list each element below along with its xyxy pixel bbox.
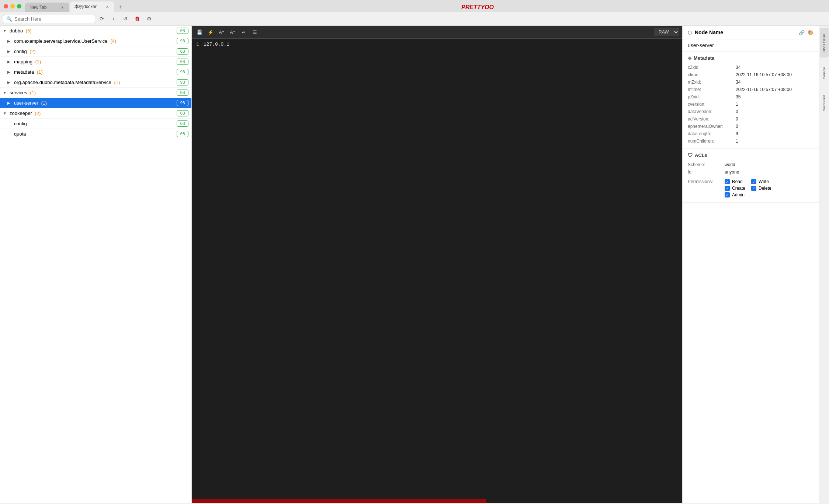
search-icon: 🔍 <box>6 16 12 22</box>
format-select[interactable]: RAW JSON XML <box>655 28 679 36</box>
tree-badge-user-server: 9B <box>177 100 188 106</box>
search-container: 🔍 <box>3 15 95 23</box>
details-title: Node Name <box>695 29 723 35</box>
dot-green[interactable] <box>17 4 21 8</box>
expand-icon-dubbo: ▼ <box>3 29 8 33</box>
newline-button[interactable]: ↵ <box>239 27 249 37</box>
tree-node-label: user-server (1) <box>14 100 177 106</box>
tab-close-new[interactable]: ✕ <box>60 5 65 10</box>
tree-badge-org: 9B <box>177 79 188 85</box>
tree-item-dubbo[interactable]: ▼ dubbo (5) 0B <box>0 26 191 36</box>
expand-icon-user-server: ▶ <box>7 101 13 105</box>
meta-row-ephemeral: ephemeralOwner: 0 <box>688 123 814 130</box>
save-content-button[interactable]: 💾 <box>195 27 204 37</box>
meta-val-mzxid: 34 <box>736 80 814 85</box>
acl-label: ACLs <box>695 153 707 158</box>
main-toolbar: 🔍 ⟳ + ↺ 🗑 ⚙ <box>0 12 829 26</box>
refresh-button[interactable]: ⟳ <box>97 14 107 24</box>
tree-node-label: config (2) <box>14 49 177 54</box>
font-increase-button[interactable]: A⁺ <box>217 27 226 37</box>
link-icon[interactable]: 🔗 <box>799 30 805 35</box>
checkbox-create[interactable]: ✓ <box>725 186 730 191</box>
metadata-diamond-icon: ◆ <box>688 55 691 61</box>
bottom-bar <box>192 499 682 503</box>
meta-val-ephemeral: 0 <box>736 124 814 129</box>
content-panel: 💾 ⚡ A⁺ A⁻ ↵ ☰ RAW JSON XML 1 127.0.0.1 <box>192 26 682 503</box>
palette-icon[interactable]: 🎨 <box>808 30 814 35</box>
expand-icon-com: ▶ <box>7 39 13 43</box>
dot-yellow[interactable] <box>10 4 15 8</box>
meta-row-aclversion: aclVersion: 0 <box>688 115 814 123</box>
tab-close-docker[interactable]: ✕ <box>105 4 110 10</box>
tree-item-user-server[interactable]: ▶ user-server (1) 9B <box>0 98 191 108</box>
node-count: (5) <box>26 28 32 34</box>
tree-node-label: config <box>14 121 177 126</box>
acl-id-key: Id: <box>688 169 725 175</box>
delete-button[interactable]: 🗑 <box>132 14 142 24</box>
search-input[interactable] <box>14 16 92 22</box>
tree-item-zk-config[interactable]: ▶ config 0B <box>0 119 191 129</box>
tab-local-docker[interactable]: 本机docker ✕ <box>70 1 114 12</box>
meta-key-mtime: mtime: <box>688 87 736 92</box>
tab-new-tab[interactable]: New Tab ✕ <box>25 3 69 12</box>
content-toolbar: 💾 ⚡ A⁺ A⁻ ↵ ☰ RAW JSON XML <box>192 26 682 39</box>
acl-id-row: Id: anyone <box>688 168 814 176</box>
tree-item-metadata[interactable]: ▶ metadata (1) 9B <box>0 67 191 77</box>
meta-key-pzxid: pZxid: <box>688 94 736 99</box>
permissions-grid: ✓ Read ✓ Write ✓ Create ✓ <box>725 179 772 197</box>
add-tab-button[interactable]: + <box>115 2 125 12</box>
tree-item-config[interactable]: ▶ config (2) 0B <box>0 46 191 57</box>
perm-admin: ✓ Admin <box>725 192 745 197</box>
perm-delete-label: Delete <box>759 186 771 191</box>
content-line-1: 1 127.0.0.1 <box>196 42 678 47</box>
node-name-text: services <box>10 90 27 95</box>
tree-item-mapping[interactable]: ▶ mapping (1) 0B <box>0 57 191 67</box>
dot-red[interactable] <box>4 4 8 8</box>
side-tab-console[interactable]: Console <box>820 58 829 88</box>
perm-admin-label: Admin <box>732 192 745 197</box>
brand-logo: PRETTYOO <box>461 4 494 10</box>
node-name-text: com.example.serverapi.service.UserServic… <box>14 38 108 44</box>
font-decrease-button[interactable]: A⁻ <box>228 27 237 37</box>
tree-badge-dubbo: 0B <box>177 28 188 34</box>
node-count: (1) <box>37 69 43 75</box>
tree-node-label: services (1) <box>10 90 177 95</box>
meta-row-czxid: cZxid: 34 <box>688 64 814 71</box>
perm-create-label: Create <box>732 186 745 191</box>
node-name-display: user-server <box>683 39 819 52</box>
reload-button[interactable]: ↺ <box>120 14 131 24</box>
acl-perms-key: Permissions: <box>688 178 725 184</box>
tree-node-label: mapping (1) <box>14 59 177 64</box>
tree-item-com-example[interactable]: ▶ com.example.serverapi.service.UserServ… <box>0 36 191 46</box>
meta-val-pzxid: 35 <box>736 94 814 99</box>
node-name-text: zookeeper <box>10 111 32 116</box>
node-name-text: config <box>14 49 27 54</box>
content-body: 1 127.0.0.1 <box>192 39 682 499</box>
meta-key-ctime: ctime: <box>688 72 736 77</box>
meta-key-datalength: dataLength: <box>688 131 736 136</box>
node-name-text: mapping <box>14 59 32 64</box>
side-tab-node-detail[interactable]: Node Detail <box>820 28 829 57</box>
node-count: (1) <box>114 80 120 85</box>
checkbox-admin[interactable]: ✓ <box>725 192 730 197</box>
perm-read: ✓ Read <box>725 179 745 184</box>
tree-item-zk-quota[interactable]: ▶ quota 0B <box>0 129 191 139</box>
tree-item-zookeeper[interactable]: ▼ zookeeper (2) 0B <box>0 108 191 119</box>
tree-node-label: metadata (1) <box>14 69 177 75</box>
checkbox-read[interactable]: ✓ <box>725 179 730 184</box>
checkbox-write[interactable]: ✓ <box>751 179 756 184</box>
side-tab-dashboard[interactable]: Dashboard <box>820 88 829 118</box>
checkbox-delete[interactable]: ✓ <box>751 186 756 191</box>
header-actions: 🔗 🎨 <box>799 30 814 35</box>
list-button[interactable]: ☰ <box>250 27 260 37</box>
expand-icon-zookeeper: ▼ <box>3 111 8 115</box>
tree-item-org-apache[interactable]: ▶ org.apache.dubbo.metadata.MetadataServ… <box>0 77 191 88</box>
lightning-button[interactable]: ⚡ <box>206 27 215 37</box>
meta-key-czxid: cZxid: <box>688 65 736 70</box>
browser-header: New Tab ✕ 本机docker ✕ + PRETTYOO <box>0 0 829 12</box>
meta-row-numchildren: numChildren: 1 <box>688 137 814 145</box>
tree-item-services[interactable]: ▼ services (1) 0B <box>0 88 191 98</box>
add-node-button[interactable]: + <box>108 14 119 24</box>
settings-button[interactable]: ⚙ <box>144 14 154 24</box>
metadata-table: cZxid: 34 ctime: 2022-11-16 10:57:07 +08… <box>688 64 814 145</box>
